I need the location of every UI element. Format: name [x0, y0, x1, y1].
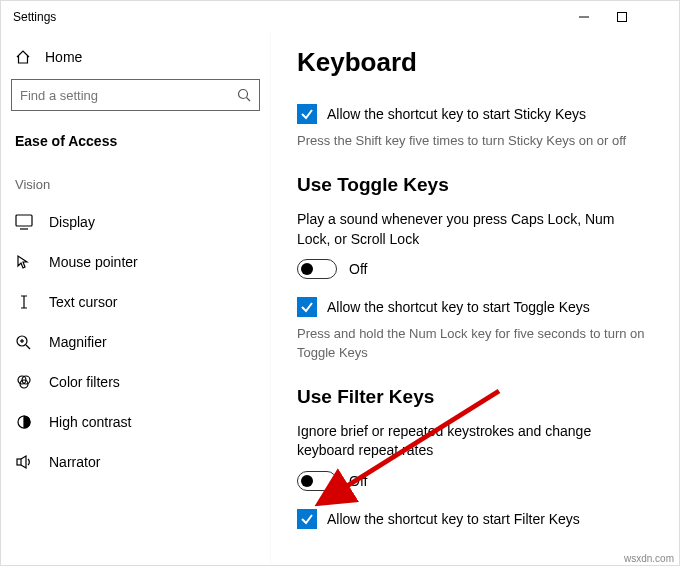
high-contrast-icon [15, 414, 33, 430]
sticky-keys-hint: Press the Shift key five times to turn S… [297, 132, 661, 150]
minimize-button[interactable] [565, 3, 603, 31]
filter-keys-desc: Ignore brief or repeated keystrokes and … [297, 422, 637, 461]
search-icon [237, 88, 251, 102]
maximize-button[interactable] [603, 3, 641, 31]
toggle-keys-state: Off [349, 261, 367, 277]
sticky-keys-shortcut-checkbox[interactable]: Allow the shortcut key to start Sticky K… [297, 104, 661, 124]
toggle-keys-toggle[interactable] [297, 259, 337, 279]
search-input[interactable] [20, 88, 237, 103]
svg-line-8 [26, 345, 30, 349]
sidebar-item-label: Mouse pointer [49, 254, 138, 270]
narrator-icon [15, 454, 33, 470]
sidebar-item-display[interactable]: Display [9, 202, 262, 242]
group-heading: Ease of Access [9, 125, 262, 171]
toggle-keys-heading: Use Toggle Keys [297, 174, 661, 196]
sidebar-item-label: Magnifier [49, 334, 107, 350]
svg-line-3 [247, 98, 251, 102]
filter-keys-shortcut-checkbox[interactable]: Allow the shortcut key to start Filter K… [297, 509, 661, 529]
checkbox-label: Allow the shortcut key to start Sticky K… [327, 106, 586, 122]
color-filters-icon [15, 374, 33, 390]
watermark: wsxdn.com [624, 553, 674, 564]
display-icon [15, 214, 33, 230]
search-box[interactable] [11, 79, 260, 111]
filter-keys-state: Off [349, 473, 367, 489]
category-label: Vision [9, 171, 262, 202]
filter-keys-toggle[interactable] [297, 471, 337, 491]
sidebar-item-label: Text cursor [49, 294, 117, 310]
window-title: Settings [13, 10, 56, 24]
sidebar-item-narrator[interactable]: Narrator [9, 442, 262, 482]
sidebar-item-label: Display [49, 214, 95, 230]
checkbox-icon [297, 509, 317, 529]
svg-rect-1 [618, 13, 627, 22]
checkbox-icon [297, 104, 317, 124]
sidebar-item-text-cursor[interactable]: Text cursor [9, 282, 262, 322]
svg-rect-15 [17, 459, 21, 465]
toggle-keys-shortcut-checkbox[interactable]: Allow the shortcut key to start Toggle K… [297, 297, 661, 317]
sidebar-item-color-filters[interactable]: Color filters [9, 362, 262, 402]
toggle-keys-desc: Play a sound whenever you press Caps Loc… [297, 210, 637, 249]
svg-rect-4 [16, 215, 32, 226]
sidebar-item-label: High contrast [49, 414, 131, 430]
magnifier-icon [15, 334, 33, 350]
sidebar-item-mouse-pointer[interactable]: Mouse pointer [9, 242, 262, 282]
home-icon [15, 49, 31, 65]
sidebar-item-label: Narrator [49, 454, 100, 470]
checkbox-icon [297, 297, 317, 317]
nav-home[interactable]: Home [9, 39, 262, 79]
content-pane: Keyboard Allow the shortcut key to start… [271, 33, 679, 565]
checkbox-label: Allow the shortcut key to start Toggle K… [327, 299, 590, 315]
pointer-icon [15, 254, 33, 270]
nav-home-label: Home [45, 49, 82, 65]
sidebar-item-magnifier[interactable]: Magnifier [9, 322, 262, 362]
sidebar-item-label: Color filters [49, 374, 120, 390]
text-cursor-icon [15, 294, 33, 310]
toggle-keys-hint: Press and hold the Num Lock key for five… [297, 325, 661, 361]
svg-point-2 [239, 90, 248, 99]
sidebar-item-high-contrast[interactable]: High contrast [9, 402, 262, 442]
sidebar: Home Ease of Access Vision Display Mouse… [1, 33, 271, 565]
checkbox-label: Allow the shortcut key to start Filter K… [327, 511, 580, 527]
filter-keys-heading: Use Filter Keys [297, 386, 661, 408]
page-title: Keyboard [297, 47, 661, 78]
